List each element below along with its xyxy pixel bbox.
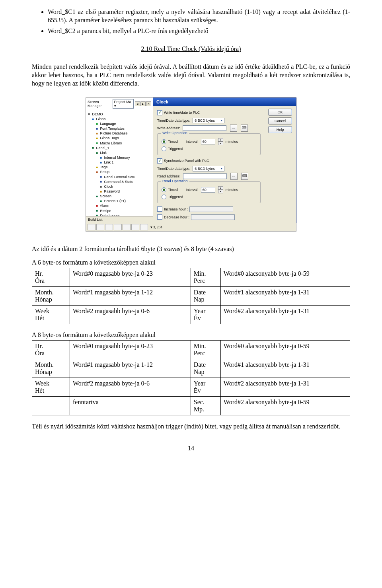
ok-button[interactable]: OK [268,109,292,116]
stepper-down-icon[interactable]: ▾ [218,142,223,145]
timedate-type-select-2[interactable]: 6 BCD bytes▾ [193,166,224,171]
tree-node-icon: ■ [99,175,103,179]
table-cell: DateNap [191,286,220,305]
table-cell: Hr.Óra [32,268,70,286]
address-key-icon[interactable]: ⌨ [241,173,248,180]
toolbar-button[interactable] [131,224,139,230]
sync-checkbox[interactable]: ✔ [157,158,162,164]
interval-input[interactable]: 60 [201,139,215,144]
nav-next-icon[interactable]: ▸ [140,101,146,106]
timed-radio[interactable] [162,139,166,144]
tree-node[interactable]: ■ Global Tags [87,136,152,140]
triggered-radio-2[interactable] [162,195,166,199]
read-operation-group: Read Operation Timed Interval: 60 ▴▾ min… [157,181,261,203]
address-browse-icon[interactable]: … [230,173,238,180]
write-address-input[interactable] [183,125,226,131]
tree-node[interactable]: ■ DEMO [87,112,152,117]
close-icon[interactable]: × [146,101,151,106]
tree-node-icon: ■ [99,156,103,160]
interval-units-2: minutes [226,188,238,192]
toolbar-button[interactable] [114,224,122,230]
tree-nav: ◂ ▸ × [135,101,151,106]
project-dropdown[interactable]: Project Ma ▾ [113,99,134,109]
tree-body[interactable]: ■ DEMO■ Global■ Language■ Font Templates… [86,110,153,216]
tree-node[interactable]: ■ Picture Database [87,131,152,136]
timed-radio-2[interactable] [162,187,166,192]
tree-node-icon: ■ [95,141,99,145]
tree-node[interactable]: ■ Clock [87,184,152,189]
address-browse-icon[interactable]: … [230,125,237,132]
table-8byte: Hr.ÓraWord#0 magasabb byte-ja 0-23Min.Pe… [32,340,350,415]
after-shot-paragraph: Az idő és a dátum 2 formátumba tárolható… [32,245,350,253]
table6-caption: A 6 byte-os formátum a következőképpen a… [32,259,350,266]
bullet-list: Word_$C1 az első paraméter regiszter, me… [48,8,350,35]
table-cell: YearÉv [191,378,220,396]
tree-node[interactable]: ■ Setup [87,169,152,174]
table-cell: Word#0 magasabb byte-ja 0-23 [70,340,191,359]
build-list-header[interactable]: Build List [86,216,153,223]
tree-node-icon: ■ [99,161,103,165]
triggered-radio[interactable] [162,146,166,151]
table-6byte: Hr.ÓraWord#0 magasabb byte-ja 0-23Min.Pe… [32,268,350,324]
tree-node[interactable]: ■ Password [87,189,152,194]
interval-label: Interval: [186,140,199,144]
table-cell: Word#2 alacsonyabb byte-ja 1-31 [220,378,350,396]
table-cell: Month.Hónap [32,359,70,378]
tree-node[interactable]: ■ Alarm [87,203,152,208]
tree-node[interactable]: ■ Macro Library [87,141,152,146]
increase-hour-checkbox[interactable] [157,206,162,212]
sync-label: Synchronize Panel with PLC [164,159,209,163]
tree-node[interactable]: ■ Link 1 [87,160,152,165]
table-cell: Word#2 magasabb byte-ja 0-6 [70,378,191,396]
read-address-input[interactable] [183,173,227,179]
write-operation-group: Write Operation Timed Interval: 60 ▴▾ mi… [157,133,261,155]
stepper-down-icon[interactable]: ▾ [218,190,223,193]
tree-node[interactable]: ■ Screen [87,194,152,199]
tree-node[interactable]: ■ Screen 1 (#1) [87,199,152,203]
help-button[interactable]: Help [268,126,292,133]
tree-node[interactable]: ■ Internal Memory [87,155,152,160]
stepper-up-icon[interactable]: ▴ [218,186,223,190]
address-key-icon[interactable]: ⌨ [241,125,248,132]
stepper-up-icon[interactable]: ▴ [218,138,223,142]
cancel-button[interactable]: Cancel [268,117,292,125]
tree-node-icon: ■ [95,122,99,126]
tree-node[interactable]: ■ Tags [87,165,152,169]
table-cell: Word#0 alacsonyabb byte-ja 0-59 [220,340,350,359]
tree-node[interactable]: ■ Global [87,117,152,121]
tree-node[interactable]: ■ Data Logger [87,213,152,216]
tree-node-icon: ■ [95,136,99,140]
decrease-hour-label: Decrease hour : [164,215,189,219]
tree-node[interactable]: ■ Recipe [87,208,152,213]
toolbar-button[interactable] [140,224,148,230]
table-cell: WeekHét [32,378,70,396]
interval-label-2: Interval: [186,188,199,192]
decrease-hour-checkbox[interactable] [157,214,162,220]
nav-prev-icon[interactable]: ◂ [135,101,140,106]
write-timedate-checkbox[interactable]: ✔ [157,110,162,115]
increase-hour-input [189,206,233,212]
table-cell: fenntartva [70,396,191,415]
tree-node[interactable]: ■ Language [87,121,152,126]
tree-node-icon: ■ [99,185,103,189]
tree-node[interactable]: ■ Panel_1 [87,146,152,150]
interval-input-2[interactable]: 60 [201,187,215,193]
tree-node[interactable]: ■ Link [87,150,152,155]
toolbar-button[interactable] [123,224,131,230]
timedate-type-select[interactable]: 6 BCD bytes▾ [193,118,224,123]
tree-node-icon: ■ [95,165,99,169]
tree-node-icon: ■ [99,190,103,194]
bullet-item: Word_$C1 az első paraméter regiszter, me… [48,8,350,25]
tree-node[interactable]: ■ Panel General Setu [87,175,152,179]
page-number: 14 [32,445,350,452]
toolbar-button[interactable] [105,224,113,230]
tree-node[interactable]: ■ Command & Statu [87,179,152,184]
table-cell: Word#2 alacsonyabb byte-ja 1-31 [220,305,350,324]
tree-node[interactable]: ■ Font Templates [87,126,152,131]
toolbar-button[interactable] [88,224,96,230]
write-address-label: Write address: [157,126,180,130]
intro-paragraph: Minden panel rendelkezik beépített valós… [32,63,350,88]
table-cell: Min.Perc [191,340,220,359]
toolbar-button[interactable] [96,224,104,230]
timedate-type-label-2: Time/Date data type: [157,167,190,171]
